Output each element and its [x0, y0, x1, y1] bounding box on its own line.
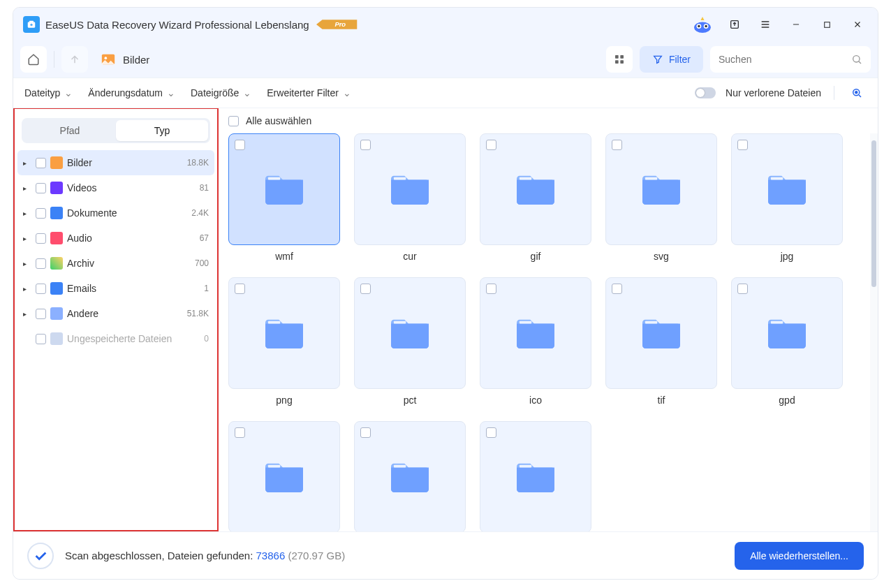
menu-icon[interactable]	[755, 14, 776, 35]
category-checkbox[interactable]	[36, 183, 46, 193]
category-ungespeicherte-dateien[interactable]: Ungespeicherte Dateien0	[17, 326, 214, 351]
tab-typ[interactable]: Typ	[116, 120, 208, 141]
expand-caret-icon[interactable]: ▸	[23, 184, 31, 192]
category-andere[interactable]: ▸Andere51.8K	[17, 301, 214, 326]
folder-card[interactable]	[731, 277, 843, 389]
folder-checkbox[interactable]	[360, 284, 371, 294]
app-window: EaseUS Data Recovery Wizard Professional…	[13, 7, 878, 580]
scan-settings-button[interactable]	[847, 83, 867, 103]
folder-checkbox[interactable]	[235, 140, 245, 150]
mascot-icon[interactable]	[691, 15, 714, 34]
folder-checkbox[interactable]	[486, 427, 496, 438]
folder-card[interactable]	[354, 133, 466, 245]
category-checkbox[interactable]	[36, 284, 46, 294]
folder-item: png	[228, 277, 340, 406]
category-videos[interactable]: ▸Videos81	[17, 175, 214, 200]
filter-dateityp[interactable]: Dateityp⌄	[24, 87, 73, 98]
folder-card[interactable]	[354, 421, 466, 531]
folder-card[interactable]	[228, 277, 340, 389]
folder-icon	[765, 314, 809, 353]
folder-item: gif	[480, 133, 591, 262]
category-dokumente[interactable]: ▸Dokumente2.4K	[17, 200, 214, 226]
category-checkbox[interactable]	[36, 158, 46, 168]
tab-pfad[interactable]: Pfad	[24, 120, 116, 141]
category-emails[interactable]: ▸Emails1	[17, 276, 214, 301]
toolbar: Bilder Filter	[13, 41, 878, 78]
filter-button[interactable]: Filter	[640, 46, 703, 73]
folder-checkbox[interactable]	[486, 140, 496, 150]
folder-name: cur	[403, 251, 416, 262]
category-checkbox[interactable]	[36, 258, 46, 269]
folder-card[interactable]	[480, 421, 591, 531]
svg-rect-31	[268, 464, 280, 467]
folder-card[interactable]	[731, 133, 843, 245]
expand-caret-icon[interactable]: ▸	[23, 260, 31, 267]
folder-card[interactable]	[605, 133, 717, 245]
category-checkbox[interactable]	[36, 233, 46, 244]
category-checkbox[interactable]	[36, 208, 46, 219]
filter-dateigroesse[interactable]: Dateigröße⌄	[191, 87, 251, 98]
folder-checkbox[interactable]	[612, 284, 622, 294]
folder-item	[480, 421, 591, 531]
minimize-button[interactable]	[786, 14, 807, 35]
breadcrumb-label: Bilder	[123, 54, 149, 66]
folder-checkbox[interactable]	[360, 427, 371, 438]
folder-grid-wrap: wmfcurgifsvgjpgpngpcticotifgpd	[219, 133, 870, 531]
folder-name: ico	[529, 395, 542, 406]
close-button[interactable]	[847, 14, 868, 35]
folder-checkbox[interactable]	[235, 284, 245, 294]
category-icon	[50, 282, 63, 295]
folder-name: gif	[531, 251, 541, 262]
category-checkbox[interactable]	[36, 309, 46, 319]
content-area: Alle auswählen wmfcurgifsvgjpgpngpcticot…	[219, 108, 878, 531]
category-icon	[50, 307, 63, 320]
category-archiv[interactable]: ▸Archiv700	[17, 251, 214, 276]
svg-rect-27	[394, 321, 406, 323]
folder-item: tif	[605, 277, 717, 406]
up-button[interactable]	[61, 46, 88, 73]
folder-card[interactable]	[605, 277, 717, 389]
svg-rect-17	[620, 60, 624, 64]
folder-card[interactable]	[480, 133, 591, 245]
folder-checkbox[interactable]	[235, 427, 245, 438]
filter-aenderungsdatum[interactable]: Änderungsdatum⌄	[88, 87, 175, 98]
recover-all-button[interactable]: Alle wiederherstellen...	[735, 542, 864, 570]
filter-erweitert[interactable]: Erweiterter Filter⌄	[267, 87, 351, 98]
search-input[interactable]	[710, 46, 871, 73]
folder-card[interactable]	[228, 421, 340, 531]
export-icon[interactable]	[724, 14, 745, 35]
svg-rect-25	[771, 177, 783, 179]
select-all-row: Alle auswählen	[219, 108, 878, 133]
folder-card[interactable]	[480, 277, 591, 389]
category-count: 81	[200, 183, 209, 193]
folder-icon	[765, 170, 809, 209]
folder-checkbox[interactable]	[737, 140, 748, 150]
category-icon	[50, 332, 63, 345]
folder-checkbox[interactable]	[612, 140, 622, 150]
expand-caret-icon[interactable]: ▸	[23, 310, 31, 318]
folder-name: jpg	[781, 251, 794, 262]
folder-card[interactable]	[354, 277, 466, 389]
svg-rect-1	[29, 21, 34, 22]
svg-point-8	[705, 25, 707, 27]
expand-caret-icon[interactable]: ▸	[23, 285, 31, 293]
toggle-lost-only[interactable]	[695, 87, 716, 98]
folder-checkbox[interactable]	[486, 284, 496, 294]
file-count[interactable]: 73866	[256, 550, 286, 561]
category-audio[interactable]: ▸Audio67	[17, 226, 214, 251]
select-all-checkbox[interactable]	[228, 116, 239, 126]
category-checkbox[interactable]	[36, 334, 46, 344]
folder-checkbox[interactable]	[360, 140, 371, 150]
expand-caret-icon[interactable]: ▸	[23, 210, 31, 217]
folder-item: cur	[354, 133, 466, 262]
svg-rect-11	[824, 22, 830, 27]
category-bilder[interactable]: ▸Bilder18.8K	[17, 150, 214, 175]
folder-card[interactable]	[228, 133, 340, 245]
maximize-button[interactable]	[816, 14, 837, 35]
scrollbar[interactable]	[870, 133, 878, 531]
expand-caret-icon[interactable]: ▸	[23, 159, 31, 167]
folder-checkbox[interactable]	[737, 284, 748, 294]
view-grid-button[interactable]	[606, 46, 633, 73]
home-button[interactable]	[20, 46, 47, 73]
expand-caret-icon[interactable]: ▸	[23, 235, 31, 242]
